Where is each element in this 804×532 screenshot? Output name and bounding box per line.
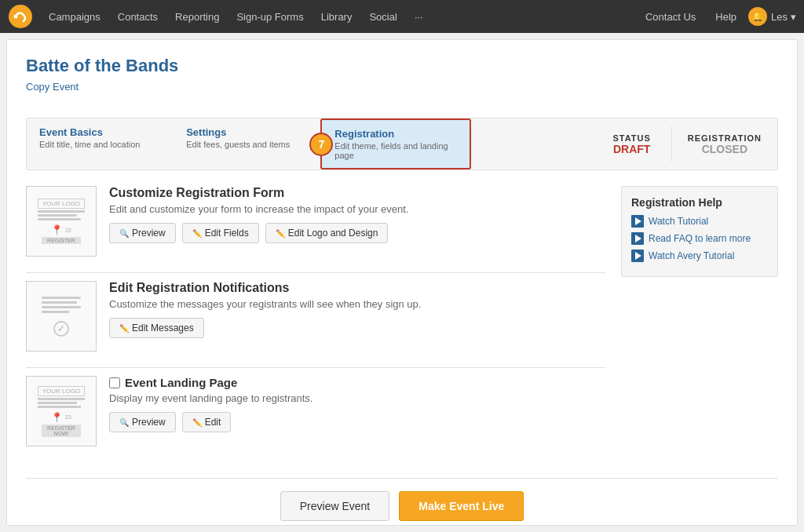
step-settings[interactable]: Settings Edit fees, guests and items 7 (174, 118, 320, 169)
help-box: Registration Help Watch Tutorial Read FA… (621, 186, 778, 277)
registration-label: REGISTRATION (688, 133, 762, 143)
help-watch-avery[interactable]: Watch Avery Tutorial (631, 250, 768, 262)
thumb-lines2 (38, 398, 85, 410)
nav-contact-us[interactable]: Contact Us (638, 8, 704, 26)
step3-title: Registration (334, 128, 456, 140)
customize-thumbnail: YOUR LOGO 📍 22 REGISTER (26, 186, 97, 257)
registration-status-section: REGISTRATION CLOSED (672, 118, 777, 169)
footer-area: Preview Event Make Event Live (26, 478, 778, 521)
doc-lines (42, 297, 81, 318)
thumb-logo2-text: YOUR LOGO (38, 386, 85, 396)
step-registration[interactable]: Registration Edit theme, fields and land… (320, 118, 470, 169)
top-nav: Campaigns Contacts Reporting Sign-up For… (0, 0, 804, 33)
user-menu[interactable]: Les ▾ (771, 11, 796, 23)
preview-event-button[interactable]: Preview Event (280, 491, 389, 521)
nav-contacts[interactable]: Contacts (110, 8, 166, 26)
svg-point-1 (14, 15, 18, 19)
nav-more[interactable]: ··· (407, 8, 431, 26)
thumb-logo-text: YOUR LOGO (38, 199, 85, 209)
help-title: Registration Help (631, 196, 768, 209)
step-event-basics[interactable]: Event Basics Edit title, time and locati… (27, 118, 174, 169)
play-icon-2 (631, 232, 644, 245)
app-logo[interactable] (8, 4, 33, 29)
landing-preview-button[interactable]: 🔍 Preview (109, 412, 176, 432)
steps-bar: Event Basics Edit title, time and locati… (26, 118, 778, 170)
notifications-title: Edit Registration Notifications (109, 281, 605, 295)
play-icon-1 (631, 215, 644, 228)
status-section: STATUS DRAFT (593, 118, 671, 169)
notification-bell[interactable]: 🔔 (748, 7, 767, 26)
main-content: Batte of the Bands Copy Event Event Basi… (6, 39, 798, 526)
notifications-info: Edit Registration Notifications Customiz… (109, 281, 605, 338)
step1-subtitle: Edit title, time and location (39, 140, 161, 149)
customize-info: Customize Registration Form Edit and cus… (109, 186, 605, 243)
notifications-section: ✓ Edit Registration Notifications Custom… (26, 281, 605, 352)
copy-event-link[interactable]: Copy Event (26, 81, 79, 93)
customize-section: YOUR LOGO 📍 22 REGISTER Customize Regist… (26, 186, 605, 257)
notification-buttons: ✏️ Edit Messages (109, 318, 605, 338)
landing-edit-button[interactable]: ✏️ Edit (182, 412, 232, 432)
nav-library[interactable]: Library (313, 8, 360, 26)
step2-title: Settings (186, 126, 308, 138)
nav-help[interactable]: Help (707, 8, 744, 26)
nav-reporting[interactable]: Reporting (167, 8, 227, 26)
page-title: Batte of the Bands (26, 56, 778, 76)
landing-preview-icon: 🔍 (119, 418, 129, 427)
landing-checkbox-label[interactable]: Event Landing Page (109, 376, 605, 389)
landing-desc: Display my event landing page to registr… (109, 392, 605, 404)
landing-checkbox[interactable] (109, 377, 120, 388)
help-read-faq[interactable]: Read FAQ to learn more (631, 232, 768, 245)
registration-value: CLOSED (702, 143, 747, 155)
check-circle-icon: ✓ (53, 321, 69, 337)
section-right: Registration Help Watch Tutorial Read FA… (621, 186, 778, 462)
edit-logo-button[interactable]: ✏️ Edit Logo and Design (265, 223, 389, 243)
section-left: YOUR LOGO 📍 22 REGISTER Customize Regist… (26, 186, 605, 462)
step2-subtitle: Edit fees, guests and items (186, 140, 308, 149)
thumb-register-label: REGISTER (42, 237, 81, 244)
notifications-desc: Customize the messages your registrants … (109, 298, 605, 310)
step-number-badge: 7 (309, 133, 333, 156)
nav-social[interactable]: Social (361, 8, 404, 26)
thumb-lines (38, 210, 85, 222)
edit-logo-icon: ✏️ (276, 229, 285, 238)
nav-signup-forms[interactable]: Sign-up Forms (228, 8, 311, 26)
status-label: STATUS (613, 133, 651, 143)
landing-info: Event Landing Page Display my event land… (109, 376, 605, 432)
make-event-live-button[interactable]: Make Event Live (399, 491, 524, 521)
step1-title: Event Basics (39, 126, 161, 138)
notification-thumbnail: ✓ (26, 281, 97, 352)
step3-subtitle: Edit theme, fields and landing page (334, 141, 456, 160)
customize-desc: Edit and customize your form to increase… (109, 203, 605, 215)
edit-fields-icon: ✏️ (192, 229, 202, 238)
customize-buttons: 🔍 Preview ✏️ Edit Fields ✏️ Edit Logo an… (109, 223, 605, 243)
help-watch-tutorial[interactable]: Watch Tutorial (631, 215, 768, 228)
edit-messages-button[interactable]: ✏️ Edit Messages (109, 318, 204, 338)
nav-campaigns[interactable]: Campaigns (41, 8, 108, 26)
landing-edit-icon: ✏️ (192, 418, 202, 427)
customize-title: Customize Registration Form (109, 186, 605, 200)
preview-button[interactable]: 🔍 Preview (109, 223, 176, 243)
divider-1 (26, 272, 605, 273)
nav-items: Campaigns Contacts Reporting Sign-up For… (41, 8, 638, 26)
chevron-down-icon: ▾ (791, 11, 796, 23)
svg-point-0 (9, 5, 32, 28)
landing-buttons: 🔍 Preview ✏️ Edit (109, 412, 605, 432)
preview-icon: 🔍 (119, 229, 129, 238)
status-value: DRAFT (613, 143, 650, 155)
landing-section: YOUR LOGO 📍 23 REGISTER NOW! (26, 376, 605, 446)
content-row: YOUR LOGO 📍 22 REGISTER Customize Regist… (26, 186, 778, 462)
landing-thumbnail: YOUR LOGO 📍 23 REGISTER NOW! (26, 376, 97, 446)
edit-messages-icon: ✏️ (119, 324, 129, 333)
thumb-register-now-label: REGISTER NOW! (42, 425, 81, 437)
divider-2 (26, 367, 605, 368)
thumb-pin-icon: 📍 (51, 224, 63, 235)
play-icon-3 (631, 250, 644, 262)
nav-right: Contact Us Help 🔔 Les ▾ (638, 7, 796, 26)
edit-fields-button[interactable]: ✏️ Edit Fields (182, 223, 259, 243)
